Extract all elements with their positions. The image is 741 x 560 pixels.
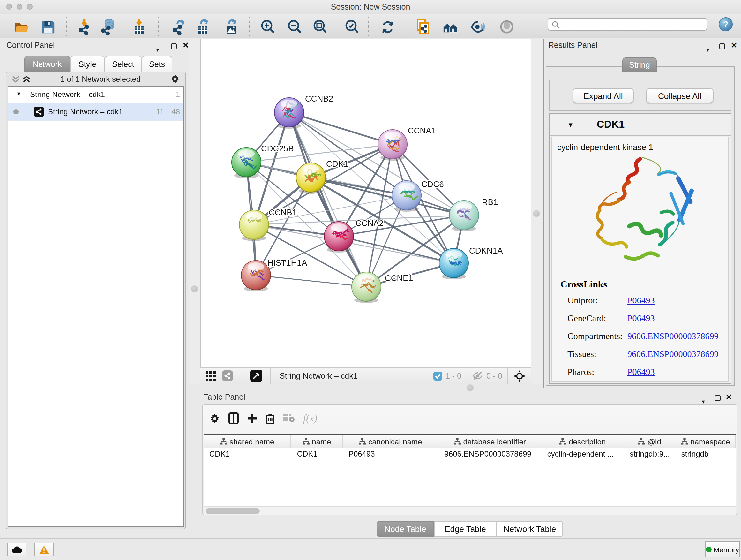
export-network-button[interactable]: [171, 18, 188, 35]
table-panel-float-icon[interactable]: [715, 395, 721, 401]
results-panel-close-icon[interactable]: ✕: [731, 41, 737, 50]
expand-all-icon[interactable]: [22, 75, 30, 83]
save-session-button[interactable]: [40, 18, 56, 35]
column-header-id[interactable]: @id: [624, 435, 676, 448]
column-type-icon: [359, 438, 366, 445]
import-table-button[interactable]: [131, 18, 147, 35]
grid-view-icon[interactable]: [205, 371, 216, 381]
tab-network-table[interactable]: Network Table: [496, 521, 563, 537]
horizontal-splitter-handle[interactable]: [467, 384, 474, 391]
tab-edge-table[interactable]: Edge Table: [434, 521, 496, 537]
search-icon: [551, 20, 560, 28]
hidden-eye-icon[interactable]: [472, 371, 483, 381]
clone-network-button[interactable]: [415, 18, 431, 35]
open-session-button[interactable]: [13, 18, 30, 35]
network-graph[interactable]: CCNB2CCNA1CDC25BCDK1CDC6RB1CCNB1CCNA2CDK…: [201, 39, 532, 367]
fit-content-icon[interactable]: [513, 369, 526, 382]
show-graphics-details-button[interactable]: [498, 18, 515, 35]
section-collapse-caret[interactable]: ▼: [567, 121, 574, 128]
tab-string[interactable]: String: [622, 57, 657, 72]
table-panel-close-icon[interactable]: ✕: [726, 393, 732, 401]
cell[interactable]: P06493: [343, 449, 439, 458]
birdseye-view-icon[interactable]: [250, 370, 262, 382]
network-row-selected[interactable]: String Network – cdk1 11 48: [8, 103, 183, 121]
table-hscrollbar[interactable]: [204, 506, 736, 515]
zoom-out-button[interactable]: [286, 18, 302, 35]
search-input[interactable]: [560, 19, 706, 29]
cdk1-section-header[interactable]: ▼ CDK1: [549, 114, 731, 136]
crosslink-link[interactable]: 9606.ENSP00000378699: [627, 331, 718, 341]
column-header-namespace[interactable]: namespace: [676, 435, 736, 448]
results-panel-float-icon[interactable]: [719, 44, 725, 49]
column-header-database-identifier[interactable]: database identifier: [439, 435, 541, 448]
delete-table-icon[interactable]: [283, 414, 295, 423]
export-table-button[interactable]: [195, 18, 212, 35]
add-column-icon[interactable]: [247, 413, 257, 423]
column-header-shared-name[interactable]: shared name: [204, 435, 291, 448]
crosslink-link[interactable]: P06493: [627, 367, 655, 377]
left-splitter-handle[interactable]: [191, 286, 198, 293]
warnings-button[interactable]: [35, 543, 54, 556]
network-canvas[interactable]: CCNB2CCNA1CDC25BCDK1CDC6RB1CCNB1CCNA2CDK…: [200, 39, 531, 367]
crosslink-link[interactable]: P06493: [627, 296, 655, 306]
cell[interactable]: cyclin-dependent ...: [542, 449, 624, 458]
right-splitter[interactable]: [531, 39, 543, 384]
cell[interactable]: stringdb:9...: [624, 449, 676, 458]
left-splitter[interactable]: [189, 39, 200, 384]
collapse-all-icon[interactable]: [11, 75, 20, 83]
tab-select[interactable]: Select: [105, 56, 142, 72]
control-panel-title: Control Panel: [6, 41, 55, 50]
zoom-fit-button[interactable]: [312, 18, 328, 35]
node-label-HIST1H1A: HIST1H1A: [267, 258, 307, 267]
tree-expander-icon[interactable]: ▼: [16, 91, 22, 97]
tab-style[interactable]: Style: [70, 56, 105, 72]
cell[interactable]: CDK1: [291, 449, 343, 458]
memory-button[interactable]: Memory: [705, 542, 740, 557]
select-columns-icon[interactable]: [228, 413, 239, 424]
node-table: shared namenamecanonical namedatabase id…: [204, 434, 736, 506]
node-label-RB1: RB1: [482, 197, 498, 207]
export-image-button[interactable]: [223, 18, 240, 35]
network-collection-row[interactable]: ▼ String Network – cdk1 1: [8, 87, 183, 103]
node-label-CCNB1: CCNB1: [269, 207, 297, 217]
column-header-name[interactable]: name: [291, 435, 343, 448]
results-panel-menu-caret[interactable]: ▼: [705, 43, 711, 54]
collapse-all-button[interactable]: Collapse All: [646, 88, 714, 104]
delete-column-icon[interactable]: [266, 413, 275, 424]
import-network-file-button[interactable]: [76, 18, 92, 35]
tab-network[interactable]: Network: [24, 56, 70, 72]
column-header-description[interactable]: description: [542, 435, 624, 448]
apply-layout-button[interactable]: [379, 18, 396, 35]
import-network-from-database-button[interactable]: [100, 18, 117, 35]
cell[interactable]: stringdb: [676, 449, 736, 458]
string-home-button[interactable]: [442, 18, 459, 35]
function-builder-icon[interactable]: f(x): [303, 413, 317, 424]
crosslink-link[interactable]: P06493: [627, 314, 655, 324]
control-panel-float-icon[interactable]: [171, 44, 177, 49]
table-row[interactable]: CDK1CDK1P064939606.ENSP00000378699cyclin…: [204, 448, 736, 459]
control-panel-menu-caret[interactable]: ▼: [155, 43, 160, 54]
string-results-box: Expand All Collapse All ▼ CDK1 cyclin-de…: [546, 66, 735, 386]
node-label-CDKN1A: CDKN1A: [469, 246, 503, 255]
gear-icon[interactable]: [171, 74, 180, 84]
cell[interactable]: CDK1: [204, 449, 291, 458]
help-button[interactable]: ?: [719, 17, 733, 31]
control-panel-close-icon[interactable]: ✕: [183, 41, 189, 50]
cdk1-section: ▼ CDK1 cyclin-dependent kinase 1: [549, 113, 731, 384]
cell[interactable]: 9606.ENSP00000378699: [439, 449, 541, 458]
search-field[interactable]: [548, 18, 707, 30]
cloud-status-button[interactable]: [7, 543, 26, 556]
right-splitter-handle[interactable]: [533, 210, 540, 217]
zoom-selected-button[interactable]: [343, 18, 360, 35]
tab-node-table[interactable]: Node Table: [377, 521, 434, 537]
tab-sets[interactable]: Sets: [142, 56, 172, 72]
table-gear-icon[interactable]: [209, 413, 220, 424]
network-view-icon[interactable]: [222, 370, 233, 381]
enhanced-graphics-button[interactable]: [470, 18, 486, 35]
selected-checkbox-icon[interactable]: [433, 371, 442, 380]
expand-all-button[interactable]: Expand All: [572, 88, 634, 104]
zoom-in-button[interactable]: [259, 18, 276, 35]
column-header-canonical-name[interactable]: canonical name: [343, 435, 439, 448]
table-hscrollbar-thumb[interactable]: [205, 508, 260, 514]
crosslink-link[interactable]: 9606.ENSP00000378699: [627, 349, 718, 360]
